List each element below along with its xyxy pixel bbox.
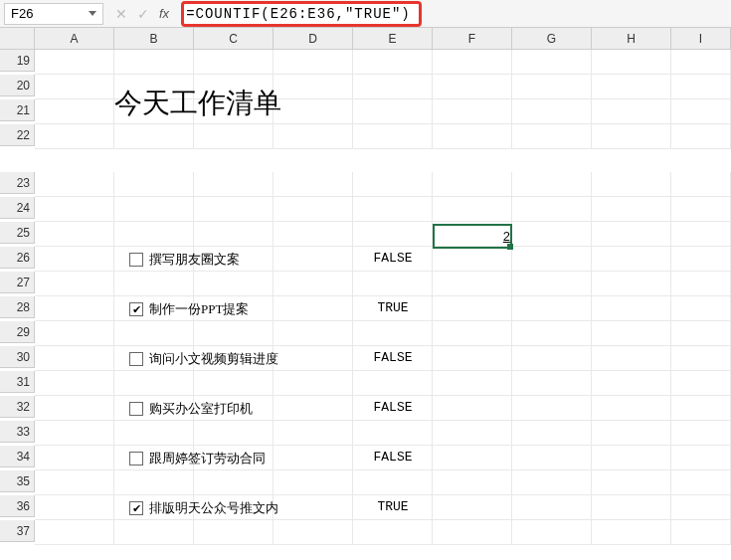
cell-D19[interactable] <box>274 50 353 75</box>
cell-D37[interactable] <box>274 520 353 545</box>
enter-icon[interactable]: ✓ <box>137 6 149 22</box>
cell-I19[interactable] <box>671 50 731 75</box>
row-header-20[interactable]: 20 <box>0 75 35 96</box>
cell-H21[interactable] <box>592 99 671 124</box>
cell-C23[interactable] <box>194 172 274 197</box>
cell-I27[interactable] <box>671 272 731 296</box>
row-header-26[interactable]: 26 <box>0 247 35 269</box>
cell-E31[interactable] <box>353 371 433 396</box>
cell-E37[interactable] <box>353 520 433 545</box>
cell-A32[interactable] <box>35 396 114 421</box>
col-header-I[interactable]: I <box>671 28 731 50</box>
cell-F22[interactable] <box>433 124 512 149</box>
cell-D36[interactable] <box>274 495 353 520</box>
cell-G23[interactable] <box>512 172 592 197</box>
cell-I24[interactable] <box>671 197 731 222</box>
cell-F20[interactable] <box>433 75 512 99</box>
cell-F37[interactable] <box>433 520 512 545</box>
cell-G30[interactable] <box>512 346 592 371</box>
cell-F31[interactable] <box>433 371 512 396</box>
cell-F28[interactable] <box>433 296 512 321</box>
cell-A21[interactable] <box>35 99 114 124</box>
name-box[interactable]: F26 <box>4 3 103 25</box>
cell-D23[interactable] <box>274 172 353 197</box>
cell-D30[interactable] <box>274 346 353 371</box>
cell-A35[interactable] <box>35 470 114 495</box>
cell-H32[interactable] <box>592 396 671 421</box>
cell-D33[interactable] <box>274 421 353 446</box>
cell-G20[interactable] <box>512 75 592 99</box>
cell-A31[interactable] <box>35 371 114 396</box>
cell-G33[interactable] <box>512 421 592 446</box>
cell-I30[interactable] <box>671 346 731 371</box>
cell-C29[interactable] <box>194 321 274 346</box>
cell-B33[interactable] <box>114 421 194 446</box>
row-header-29[interactable]: 29 <box>0 321 35 343</box>
cell-B25[interactable] <box>114 222 194 247</box>
col-header-A[interactable]: A <box>35 28 114 50</box>
cell-F35[interactable] <box>433 470 512 495</box>
cell-A24[interactable] <box>35 197 114 222</box>
cell-I21[interactable] <box>671 99 731 124</box>
cell-E33[interactable] <box>353 421 433 446</box>
cell-B22[interactable] <box>114 124 194 149</box>
cell-D31[interactable] <box>274 371 353 396</box>
cell-B31[interactable] <box>114 371 194 396</box>
checkbox[interactable] <box>129 253 143 267</box>
cell-G32[interactable] <box>512 396 592 421</box>
cell-H31[interactable] <box>592 371 671 396</box>
cell-E22[interactable] <box>353 124 433 149</box>
cell-E19[interactable] <box>353 50 433 75</box>
cell-H29[interactable] <box>592 321 671 346</box>
row-header-28[interactable]: 28 <box>0 296 35 318</box>
checkbox[interactable] <box>129 352 143 366</box>
cell-E24[interactable] <box>353 197 433 222</box>
cell-D27[interactable] <box>274 272 353 296</box>
cell-D20[interactable] <box>274 75 353 99</box>
row-header-37[interactable]: 37 <box>0 520 35 542</box>
cell-I23[interactable] <box>671 172 731 197</box>
cell-G36[interactable] <box>512 495 592 520</box>
cell-G29[interactable] <box>512 321 592 346</box>
cell-I36[interactable] <box>671 495 731 520</box>
cell-G34[interactable] <box>512 446 592 470</box>
cell-H27[interactable] <box>592 272 671 296</box>
name-box-dropdown-icon[interactable] <box>89 11 96 16</box>
cell-E35[interactable] <box>353 470 433 495</box>
row-header-31[interactable]: 31 <box>0 371 35 393</box>
cell-I31[interactable] <box>671 371 731 396</box>
row-header-36[interactable]: 36 <box>0 495 35 517</box>
cell-A27[interactable] <box>35 272 114 296</box>
cell-B19[interactable] <box>114 50 194 75</box>
checkbox[interactable] <box>129 501 143 515</box>
cell-F21[interactable] <box>433 99 512 124</box>
cell-C24[interactable] <box>194 197 274 222</box>
cell-C25[interactable] <box>194 222 274 247</box>
cell-H20[interactable] <box>592 75 671 99</box>
cell-I26[interactable] <box>671 247 731 272</box>
cell-D32[interactable] <box>274 396 353 421</box>
cell-F36[interactable] <box>433 495 512 520</box>
checkbox[interactable] <box>129 402 143 416</box>
col-header-H[interactable]: H <box>592 28 671 50</box>
cell-G25[interactable] <box>512 222 592 247</box>
cell-E25[interactable] <box>353 222 433 247</box>
cell-I22[interactable] <box>671 124 731 149</box>
cell-C22[interactable] <box>194 124 274 149</box>
formula-input[interactable]: =COUNTIF(E26:E36,"TRUE") <box>186 6 411 22</box>
cell-H28[interactable] <box>592 296 671 321</box>
cell-I34[interactable] <box>671 446 731 470</box>
cell-I20[interactable] <box>671 75 731 99</box>
cell-F29[interactable] <box>433 321 512 346</box>
checkbox[interactable] <box>129 302 143 316</box>
cell-A30[interactable] <box>35 346 114 371</box>
cell-H34[interactable] <box>592 446 671 470</box>
cell-H24[interactable] <box>592 197 671 222</box>
cell-C35[interactable] <box>194 470 274 495</box>
cell-G24[interactable] <box>512 197 592 222</box>
cell-D25[interactable] <box>274 222 353 247</box>
cell-F32[interactable] <box>433 396 512 421</box>
cell-F23[interactable] <box>433 172 512 197</box>
cell-A23[interactable] <box>35 172 114 197</box>
cell-I32[interactable] <box>671 396 731 421</box>
